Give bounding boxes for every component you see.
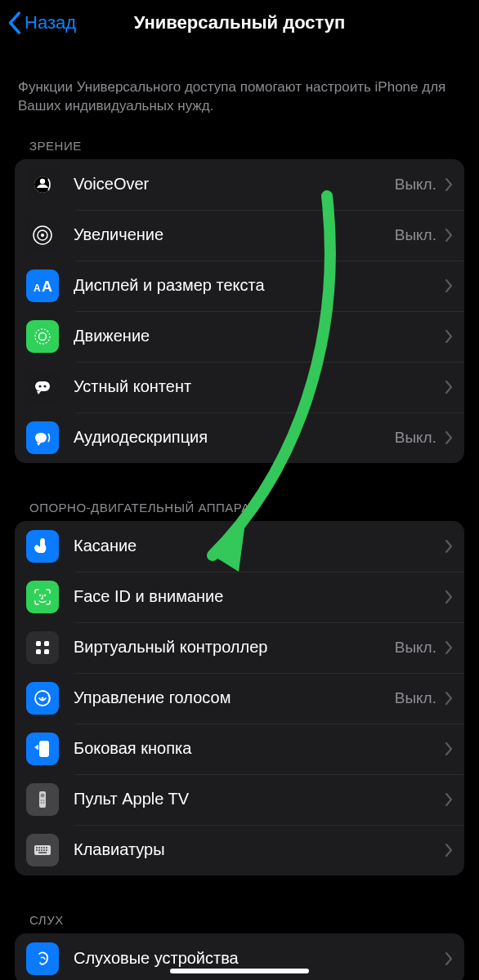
chevron-right-icon	[445, 844, 453, 857]
row-label: Увеличение	[74, 225, 395, 244]
chevron-right-icon	[445, 229, 453, 242]
chevron-right-icon	[445, 381, 453, 394]
touch-icon	[26, 530, 59, 563]
row-voiceover[interactable]: VoiceOver Выкл.	[15, 159, 464, 210]
svg-point-8	[35, 329, 50, 344]
chevron-right-icon	[445, 742, 453, 755]
row-label: Пульт Apple TV	[74, 790, 445, 808]
row-value: Выкл.	[395, 226, 436, 244]
svg-point-11	[38, 385, 41, 387]
svg-rect-16	[36, 641, 41, 646]
svg-rect-18	[36, 649, 41, 654]
switch-control-icon	[26, 631, 59, 664]
home-indicator[interactable]	[170, 969, 309, 973]
svg-rect-17	[44, 641, 49, 646]
row-switch-control[interactable]: Виртуальный контроллер Выкл.	[15, 622, 464, 673]
row-label: Face ID и внимание	[74, 587, 445, 606]
section-header-motor: ОПОРНО-ДВИГАТЕЛЬНЫЙ АППАРАТ	[29, 501, 461, 514]
svg-rect-22	[39, 741, 49, 757]
row-value: Выкл.	[395, 176, 436, 194]
svg-rect-41	[38, 852, 47, 853]
zoom-icon	[26, 219, 59, 252]
row-label: Устный контент	[74, 377, 445, 396]
svg-rect-40	[46, 849, 47, 851]
chevron-left-icon	[8, 11, 21, 34]
row-voice-control[interactable]: Управление голосом Выкл.	[15, 673, 464, 724]
audio-description-icon	[26, 421, 59, 454]
voice-control-icon	[26, 682, 59, 715]
text-size-icon: AA	[26, 270, 59, 302]
chevron-right-icon	[445, 590, 453, 604]
svg-rect-39	[43, 849, 45, 851]
row-display-text-size[interactable]: AA Дисплей и размер текста	[15, 261, 464, 311]
voiceover-icon	[26, 168, 59, 201]
apple-tv-remote-icon	[26, 783, 59, 816]
group-motor: Касание Face ID и внимание Виртуальный к…	[15, 521, 464, 875]
svg-rect-36	[36, 849, 38, 851]
faceid-icon	[26, 581, 59, 613]
row-keyboards[interactable]: Клавиатуры	[15, 825, 464, 875]
row-value: Выкл.	[395, 689, 436, 707]
chevron-right-icon	[445, 330, 453, 343]
chevron-right-icon	[445, 793, 453, 806]
row-apple-tv-remote[interactable]: Пульт Apple TV	[15, 774, 464, 825]
row-label: Виртуальный контроллер	[74, 638, 395, 657]
svg-point-5	[41, 234, 44, 237]
chevron-right-icon	[445, 279, 453, 292]
svg-rect-19	[44, 649, 49, 654]
chevron-right-icon	[445, 178, 453, 191]
chevron-right-icon	[445, 431, 453, 444]
svg-rect-31	[36, 847, 38, 849]
back-button[interactable]: Назад	[8, 11, 76, 34]
svg-point-15	[44, 595, 46, 596]
back-label: Назад	[25, 12, 76, 33]
svg-rect-35	[46, 847, 47, 849]
svg-point-21	[42, 697, 44, 699]
row-value: Выкл.	[395, 429, 436, 447]
section-header-vision: ЗРЕНИЕ	[29, 139, 461, 153]
row-side-button[interactable]: Боковая кнопка	[15, 724, 464, 774]
row-faceid-attention[interactable]: Face ID и внимание	[15, 572, 464, 622]
svg-rect-23	[37, 745, 38, 750]
row-label: Слуховые устройства	[74, 949, 445, 968]
svg-point-12	[43, 385, 46, 387]
svg-point-27	[43, 800, 45, 801]
svg-point-14	[39, 595, 41, 596]
svg-point-25	[41, 793, 45, 797]
svg-point-29	[43, 802, 45, 804]
row-label: Движение	[74, 327, 445, 345]
svg-rect-32	[38, 847, 40, 849]
hearing-icon	[26, 942, 59, 975]
svg-rect-10	[35, 381, 50, 391]
svg-rect-33	[41, 847, 43, 849]
motion-icon	[26, 320, 59, 353]
svg-rect-13	[35, 433, 47, 443]
svg-point-9	[39, 332, 47, 340]
keyboard-icon	[26, 834, 59, 866]
row-label: VoiceOver	[74, 175, 395, 194]
svg-point-28	[41, 802, 43, 804]
row-touch[interactable]: Касание	[15, 521, 464, 572]
svg-rect-37	[38, 849, 40, 851]
side-button-icon	[26, 733, 59, 765]
spoken-content-icon	[26, 371, 59, 403]
svg-rect-38	[41, 849, 43, 851]
svg-point-2	[40, 179, 45, 184]
chevron-right-icon	[445, 692, 453, 705]
svg-text:A: A	[42, 278, 52, 295]
row-label: Касание	[74, 537, 445, 555]
row-motion[interactable]: Движение	[15, 311, 464, 362]
row-audio-description[interactable]: Аудиодескрипция Выкл.	[15, 412, 464, 463]
row-label: Клавиатуры	[74, 840, 445, 859]
row-label: Управление голосом	[74, 688, 395, 707]
chevron-right-icon	[445, 540, 453, 553]
row-zoom[interactable]: Увеличение Выкл.	[15, 210, 464, 261]
chevron-right-icon	[445, 952, 453, 965]
svg-text:A: A	[34, 283, 41, 294]
row-label: Аудиодескрипция	[74, 428, 395, 447]
svg-point-26	[41, 800, 43, 801]
row-value: Выкл.	[395, 639, 436, 657]
section-header-hearing: СЛУХ	[29, 913, 461, 927]
row-spoken-content[interactable]: Устный контент	[15, 362, 464, 412]
chevron-right-icon	[445, 641, 453, 654]
